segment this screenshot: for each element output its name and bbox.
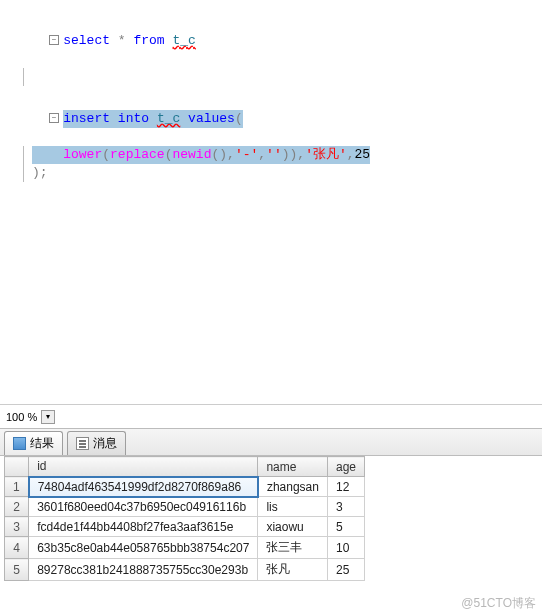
- grid-icon: [13, 437, 26, 450]
- table-row[interactable]: 2 3601f680eed04c37b6950ec04916116b lis 3: [5, 497, 365, 517]
- zoom-dropdown[interactable]: ▾: [41, 410, 55, 424]
- results-grid[interactable]: id name age 1 74804adf463541999df2d8270f…: [0, 456, 542, 585]
- star: *: [118, 33, 126, 48]
- tab-results[interactable]: 结果: [4, 431, 63, 455]
- selected-cell[interactable]: 74804adf463541999df2d8270f869a86: [29, 477, 258, 497]
- header-row: id name age: [5, 457, 365, 477]
- col-id[interactable]: id: [29, 457, 258, 477]
- col-age[interactable]: age: [327, 457, 364, 477]
- table-name: t_c: [173, 33, 196, 48]
- results-tabs: 结果 消息: [0, 428, 542, 456]
- kw-select: select: [63, 33, 110, 48]
- message-icon: [76, 437, 89, 450]
- tab-messages-label: 消息: [93, 435, 117, 452]
- table-row[interactable]: 3 fcd4de1f44bb4408bf27fea3aaf3615e xiaow…: [5, 517, 365, 537]
- tab-results-label: 结果: [30, 435, 54, 452]
- kw-from: from: [133, 33, 164, 48]
- watermark: @51CTO博客: [461, 595, 536, 612]
- sql-editor[interactable]: select * from t_c insert into t_c values…: [0, 0, 542, 404]
- fold-toggle-icon[interactable]: [49, 113, 59, 123]
- tab-messages[interactable]: 消息: [67, 431, 126, 455]
- col-name[interactable]: name: [258, 457, 328, 477]
- fold-toggle-icon[interactable]: [49, 35, 59, 45]
- zoom-value: 100 %: [6, 411, 37, 423]
- table-row[interactable]: 5 89278cc381b241888735755cc30e293b 张凡 25: [5, 559, 365, 581]
- corner-cell[interactable]: [5, 457, 29, 477]
- zoom-bar: 100 % ▾: [0, 404, 542, 428]
- table-row[interactable]: 1 74804adf463541999df2d8270f869a86 zhang…: [5, 477, 365, 497]
- table-row[interactable]: 4 63b35c8e0ab44e058765bbb38754c207 张三丰 1…: [5, 537, 365, 559]
